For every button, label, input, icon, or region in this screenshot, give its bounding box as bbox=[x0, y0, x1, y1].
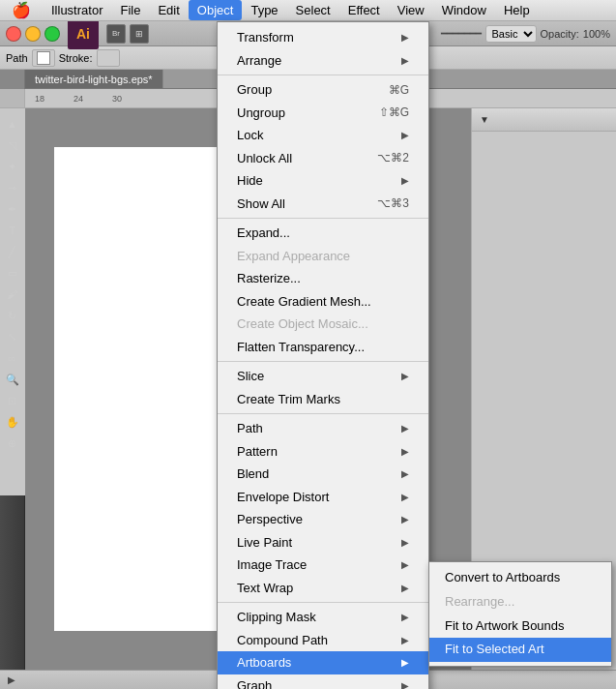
menu-bar: 🍎 Illustrator File Edit Object Type Sele… bbox=[0, 0, 616, 21]
submenu-item-rearrange[interactable]: Rearrange... bbox=[429, 590, 611, 614]
select-menu[interactable]: Select bbox=[287, 0, 339, 20]
submenu-item-convert-to-artboards[interactable]: Convert to Artboards bbox=[429, 566, 611, 590]
menu-item-expand[interactable]: Expand... bbox=[218, 222, 428, 245]
file-menu[interactable]: File bbox=[111, 0, 149, 20]
magic-wand-tool[interactable]: ✦ bbox=[3, 157, 22, 176]
help-menu[interactable]: Help bbox=[495, 0, 539, 20]
menu-item-ungroup[interactable]: Ungroup ⇧⌘G bbox=[218, 102, 428, 125]
style-select[interactable]: Basic bbox=[485, 25, 537, 43]
opacity-label: Opacity: bbox=[541, 28, 579, 40]
tab-label: twitter-bird-light-bgs.eps* bbox=[35, 74, 153, 85]
paintbrush-tool[interactable]: 🖌 bbox=[3, 285, 22, 304]
svg-text:24: 24 bbox=[73, 94, 83, 104]
panel-header: ▼ bbox=[472, 108, 616, 132]
selection-tool[interactable]: ▲ bbox=[3, 114, 22, 134]
menu-item-pattern[interactable]: Pattern ▶ bbox=[218, 440, 428, 464]
eyedropper-tool[interactable]: 🔍 bbox=[3, 370, 22, 389]
menu-item-artboards[interactable]: Artboards ▶ bbox=[218, 651, 428, 674]
menu-item-image-trace[interactable]: Image Trace ▶ bbox=[218, 554, 428, 577]
panel-title: ▼ bbox=[480, 114, 489, 125]
apple-menu[interactable]: 🍎 bbox=[0, 0, 43, 20]
menu-item-text-wrap[interactable]: Text Wrap ▶ bbox=[218, 577, 428, 600]
active-tab[interactable]: twitter-bird-light-bgs.eps* bbox=[25, 70, 163, 88]
menu-item-perspective[interactable]: Perspective ▶ bbox=[218, 508, 428, 531]
rotate-tool[interactable]: ↻ bbox=[3, 306, 22, 325]
menu-item-transform[interactable]: Transform ▶ bbox=[218, 26, 428, 49]
menu-item-rasterize[interactable]: Rasterize... bbox=[218, 267, 428, 290]
menu-item-live-paint[interactable]: Live Paint ▶ bbox=[218, 531, 428, 554]
menu-item-create-trim-marks[interactable]: Create Trim Marks bbox=[218, 388, 428, 411]
left-toolbar: ▲ ◹ ✦ ⊸ ✒ T ╱ ▭ 🖌 ↻ ⤡ ∞ 🔍 ⊡ ✋ ⊕ bbox=[0, 108, 25, 670]
artboard-tool[interactable]: ⊡ bbox=[3, 391, 22, 410]
separator-2 bbox=[218, 218, 428, 219]
menu-item-group[interactable]: Group ⌘G bbox=[218, 78, 428, 102]
edit-menu[interactable]: Edit bbox=[149, 0, 188, 20]
menu-item-flatten-transparency[interactable]: Flatten Transparency... bbox=[218, 336, 428, 359]
maximize-button[interactable] bbox=[44, 26, 60, 42]
menu-item-expand-appearance[interactable]: Expand Appearance bbox=[218, 245, 428, 268]
ruler-corner bbox=[0, 89, 25, 108]
line-tool[interactable]: ╱ bbox=[3, 242, 22, 261]
close-button[interactable] bbox=[6, 26, 21, 42]
menu-item-show-all[interactable]: Show All ⌥⌘3 bbox=[218, 193, 428, 216]
menu-item-clipping-mask[interactable]: Clipping Mask ▶ bbox=[218, 606, 428, 629]
menu-item-envelope-distort[interactable]: Envelope Distort ▶ bbox=[218, 486, 428, 509]
type-tool[interactable]: T bbox=[3, 221, 22, 240]
opacity-value: 100% bbox=[583, 28, 610, 40]
object-menu[interactable]: Transform ▶ Arrange ▶ Group ⌘G Ungroup ⇧… bbox=[217, 21, 429, 689]
hand-tool[interactable]: ✋ bbox=[3, 412, 22, 432]
blend-tool[interactable]: ∞ bbox=[3, 348, 22, 368]
scale-tool[interactable]: ⤡ bbox=[3, 327, 22, 346]
menu-item-hide[interactable]: Hide ▶ bbox=[218, 169, 428, 193]
panel-controls: ━━━━━━━ Basic Opacity: 100% bbox=[441, 25, 611, 43]
stroke-weight-input[interactable] bbox=[97, 49, 120, 67]
submenu-item-fit-to-selected-art[interactable]: Fit to Selected Art bbox=[429, 638, 611, 662]
type-menu[interactable]: Type bbox=[242, 0, 286, 20]
menu-item-lock[interactable]: Lock ▶ bbox=[218, 124, 428, 147]
menu-item-create-gradient-mesh[interactable]: Create Gradient Mesh... bbox=[218, 290, 428, 314]
menu-item-path[interactable]: Path ▶ bbox=[218, 417, 428, 440]
illustrator-menu[interactable]: Illustrator bbox=[43, 0, 111, 20]
object-menu-trigger[interactable]: Object bbox=[189, 0, 243, 20]
direct-selection-tool[interactable]: ◹ bbox=[3, 135, 22, 155]
menu-item-compound-path[interactable]: Compound Path ▶ bbox=[218, 629, 428, 652]
menu-item-arrange[interactable]: Arrange ▶ bbox=[218, 49, 428, 73]
view-menu[interactable]: View bbox=[389, 0, 433, 20]
artboards-submenu[interactable]: Convert to Artboards Rearrange... Fit to… bbox=[428, 561, 612, 667]
separator-3 bbox=[218, 361, 428, 362]
menu-item-unlock-all[interactable]: Unlock All ⌥⌘2 bbox=[218, 147, 428, 170]
separator-5 bbox=[218, 602, 428, 603]
rect-tool[interactable]: ▭ bbox=[3, 263, 22, 283]
zoom-tool[interactable]: ⊕ bbox=[3, 434, 22, 453]
separator-1 bbox=[218, 75, 428, 75]
menu-item-graph[interactable]: Graph ▶ bbox=[218, 674, 428, 690]
ai-logo: Ai bbox=[68, 18, 99, 49]
mini-bridge-icon[interactable]: ⊞ bbox=[130, 24, 149, 44]
svg-text:18: 18 bbox=[35, 94, 44, 104]
stroke-color-swatch[interactable] bbox=[32, 49, 55, 67]
menu-item-blend[interactable]: Blend ▶ bbox=[218, 463, 428, 486]
stroke-label: Stroke: bbox=[59, 52, 93, 64]
svg-text:30: 30 bbox=[112, 94, 122, 104]
window-menu[interactable]: Window bbox=[433, 0, 495, 20]
pen-tool[interactable]: ✒ bbox=[3, 199, 22, 219]
submenu-item-fit-to-artwork-bounds[interactable]: Fit to Artwork Bounds bbox=[429, 614, 611, 639]
menu-item-create-object-mosaic[interactable]: Create Object Mosaic... bbox=[218, 313, 428, 336]
path-label: Path bbox=[6, 52, 28, 64]
lasso-tool[interactable]: ⊸ bbox=[3, 178, 22, 197]
minimize-button[interactable] bbox=[25, 26, 41, 42]
effect-menu[interactable]: Effect bbox=[339, 0, 389, 20]
bridge-icon[interactable]: Br bbox=[106, 24, 126, 44]
separator-4 bbox=[218, 413, 428, 414]
status-text: ▶ bbox=[8, 674, 15, 685]
menu-item-slice[interactable]: Slice ▶ bbox=[218, 365, 428, 388]
